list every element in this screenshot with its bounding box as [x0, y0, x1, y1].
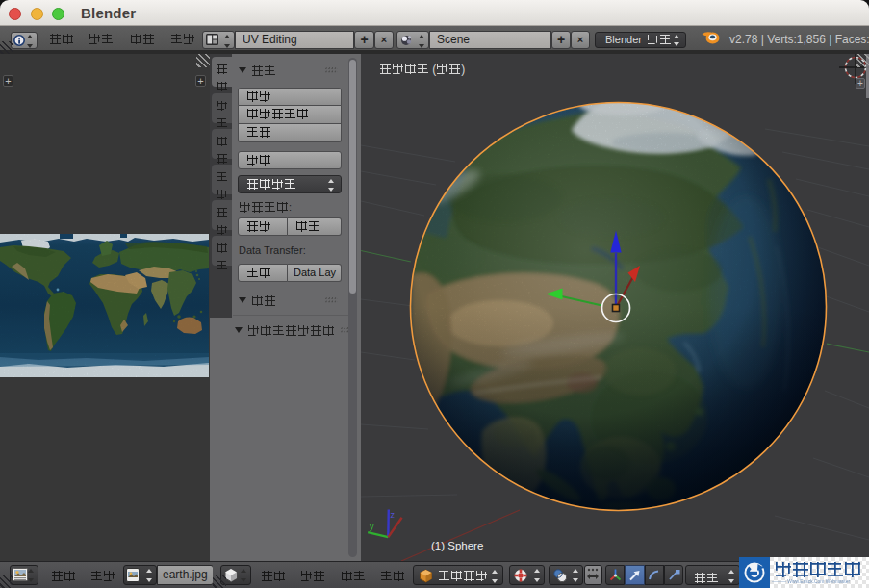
svg-text:z: z [391, 510, 396, 520]
svg-text:y: y [370, 522, 374, 531]
